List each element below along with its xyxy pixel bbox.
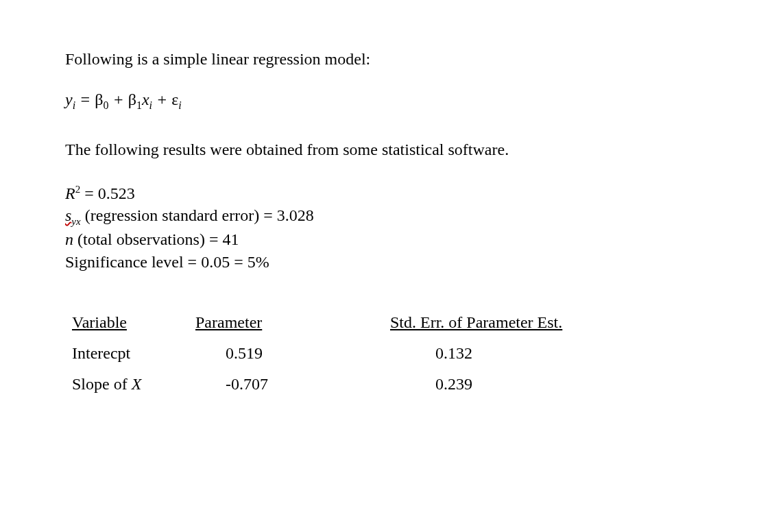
r-squared-line: R2 = 0.523: [65, 182, 724, 204]
eq-equals: =: [75, 90, 95, 108]
se-intercept: 0.132: [390, 341, 655, 365]
eq-eps: ε: [171, 90, 178, 108]
r-value: = 0.523: [80, 184, 135, 202]
regression-equation: yi = β0 + β1xi + εi: [65, 90, 724, 112]
slope-label-pre: Slope of: [72, 375, 132, 393]
n-label: n: [65, 230, 73, 248]
eq-beta1: β: [128, 90, 136, 108]
eq-beta0-sub: 0: [104, 99, 109, 110]
r-label: R: [65, 184, 75, 202]
eq-beta0: β: [95, 90, 103, 108]
syx-line: syx (regression standard error) = 3.028: [65, 204, 724, 228]
results-intro: The following results were obtained from…: [65, 138, 724, 162]
header-parameter: Parameter: [195, 311, 390, 335]
var-intercept: Interecpt: [72, 341, 195, 365]
eq-beta1-sub: 1: [136, 99, 142, 110]
eq-plus1: +: [109, 90, 128, 108]
param-intercept: 0.519: [195, 341, 390, 365]
header-variable: Variable: [72, 311, 195, 335]
slope-label-x: X: [132, 375, 142, 393]
intro-text: Following is a simple linear regression …: [65, 48, 724, 71]
table-row: Slope of X -0.707 0.239: [72, 372, 655, 396]
eq-x: x: [142, 90, 149, 108]
se-slope: 0.239: [390, 372, 655, 396]
syx-value: (regression standard error) = 3.028: [81, 206, 314, 224]
eq-eps-sub: i: [178, 99, 181, 110]
eq-y: y: [65, 90, 73, 108]
eq-plus2: +: [152, 90, 171, 108]
table-row: Interecpt 0.519 0.132: [72, 341, 655, 365]
n-line: n (total observations) = 41: [65, 228, 724, 250]
header-stderr: Std. Err. of Parameter Est.: [390, 311, 655, 335]
syx-symbol: syx: [65, 206, 81, 224]
table-header-row: Variable Parameter Std. Err. of Paramete…: [72, 311, 655, 335]
parameter-table: Variable Parameter Std. Err. of Paramete…: [72, 304, 655, 403]
var-slope: Slope of X: [72, 372, 195, 396]
param-slope: -0.707: [195, 372, 390, 396]
significance-line: Significance level = 0.05 = 5%: [65, 251, 724, 273]
statistics-block: R2 = 0.523 syx (regression standard erro…: [65, 182, 724, 273]
n-value: (total observations) = 41: [73, 230, 239, 248]
